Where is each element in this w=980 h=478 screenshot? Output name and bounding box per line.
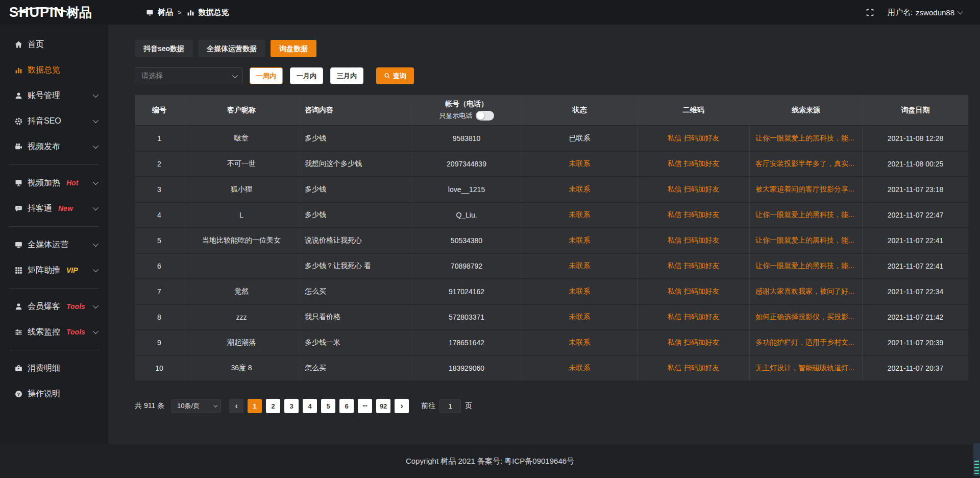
sidebar-menu: 首页 数据总览 账号管理 抖音SEO 视频发布 视频加热 Hot 抖客通 New: [0, 25, 108, 407]
cell-source-link[interactable]: 感谢大家喜欢我家，被问了好...: [750, 279, 863, 304]
cell-qrcode-link[interactable]: 私信 扫码加好友: [638, 305, 750, 329]
tab-button-1[interactable]: 全媒体运营数据: [198, 40, 265, 57]
goto-page: 前往 页: [421, 399, 472, 413]
chevron-down-icon: [93, 205, 99, 210]
filter-bar: 请选择 一周内一月内三月内 查询: [135, 67, 968, 84]
breadcrumb: 树品 > 数据总览: [145, 8, 229, 17]
cell-qrcode-link[interactable]: 私信 扫码加好友: [638, 152, 750, 176]
cell-source-link[interactable]: 让你一眼就爱上的黑科技，能...: [750, 126, 863, 151]
sidebar-item-member[interactable]: 会员爆客 Tools: [0, 294, 108, 319]
cell-status: 未联系: [522, 330, 638, 355]
sidebar-item-spending[interactable]: 消费明细: [0, 355, 108, 381]
cell-qrcode-link[interactable]: 私信 扫码加好友: [638, 203, 750, 227]
phone-only-toggle[interactable]: [476, 111, 494, 121]
cell-source-link[interactable]: 多功能护栏灯，适用于乡村文...: [750, 330, 863, 355]
sidebar-item-help[interactable]: ? 操作说明: [0, 381, 108, 407]
floating-widget[interactable]: [973, 443, 980, 476]
next-page-button[interactable]: ›: [395, 399, 409, 413]
page-button-1[interactable]: 1: [248, 399, 262, 413]
page-button-4[interactable]: 4: [303, 399, 317, 413]
fullscreen-icon[interactable]: [866, 8, 874, 17]
sidebar-item-publish[interactable]: 视频发布: [0, 134, 108, 159]
sidebar-item-accounts[interactable]: 账号管理: [0, 83, 108, 108]
cell-qrcode-link[interactable]: 私信 扫码加好友: [638, 177, 750, 202]
logo-arc-icon: [15, 7, 69, 13]
table-row: 7 觉然 怎么买 917024162 未联系 私信 扫码加好友 感谢大家喜欢我家…: [135, 279, 968, 304]
page-button-3[interactable]: 3: [284, 399, 299, 413]
prev-page-button[interactable]: ‹: [229, 399, 243, 413]
query-button[interactable]: 查询: [376, 67, 414, 84]
sidebar-item-monitor[interactable]: 线索监控 Tools: [0, 319, 108, 345]
topbar-right: 用户名: zswodun88: [866, 8, 980, 17]
monitor-icon: [14, 241, 23, 249]
col-serial: 编号: [135, 95, 184, 125]
cell-nickname: [184, 254, 299, 278]
cell-qrcode-link[interactable]: 私信 扫码加好友: [638, 228, 750, 253]
cell-status: 未联系: [522, 177, 638, 202]
copyright-text: Copyright 树品 2021 备案号: 粤ICP备09019646号: [406, 457, 574, 466]
sidebar-item-home[interactable]: 首页: [0, 32, 108, 57]
cell-date: 2021-11-08 00:25: [863, 152, 968, 176]
sidebar-item-douketong[interactable]: 抖客通 New: [0, 196, 108, 221]
page-size-select[interactable]: 10条/页: [172, 399, 221, 413]
table-row: 2 不可一世 我想问这个多少钱 2097344839 未联系 私信 扫码加好友 …: [135, 152, 968, 176]
table-row: 4 L 多少钱 Q_Liu. 未联系 私信 扫码加好友 让你一眼就爱上的黑科技，…: [135, 203, 968, 227]
filter-select[interactable]: 请选择: [135, 67, 243, 84]
page-button-92[interactable]: 92: [376, 399, 390, 413]
col-content: 咨询内容: [299, 95, 411, 125]
range-button-2[interactable]: 三月内: [330, 67, 363, 84]
cell-source-link[interactable]: 让你一眼就爱上的黑科技，能...: [750, 203, 863, 227]
cell-qrcode-link[interactable]: 私信 扫码加好友: [638, 356, 750, 380]
cell-source-link[interactable]: 让你一眼就爱上的黑科技，能...: [750, 228, 863, 253]
col-account-title: 帐号（电话）: [445, 100, 488, 109]
sidebar-item-badge: Tools: [66, 302, 85, 310]
cell-qrcode-link[interactable]: 私信 扫码加好友: [638, 126, 750, 151]
sidebar-item-label: 全媒体运营: [28, 240, 68, 250]
tab-button-2[interactable]: 询盘数据: [271, 40, 316, 57]
goto-page-input[interactable]: [439, 399, 461, 413]
bar-chart-icon: [14, 66, 23, 75]
breadcrumb-root[interactable]: 树品: [158, 8, 173, 17]
cell-date: 2021-11-07 21:42: [863, 305, 968, 329]
sidebar-item-media[interactable]: 全媒体运营: [0, 232, 108, 257]
cell-source-link[interactable]: 让你一眼就爱上的黑科技，能...: [750, 254, 863, 278]
page-button-6[interactable]: 6: [339, 399, 354, 413]
sidebar-item-heat[interactable]: 视频加热 Hot: [0, 170, 108, 196]
tab-button-0[interactable]: 抖音seo数据: [135, 40, 193, 57]
cell-qrcode-link[interactable]: 私信 扫码加好友: [638, 254, 750, 278]
sidebar-item-overview[interactable]: 数据总览: [0, 57, 108, 83]
sidebar-item-douyin-seo[interactable]: 抖音SEO: [0, 108, 108, 134]
logo: SHUPIN 树品: [0, 4, 125, 21]
cell-account: 917024162: [411, 279, 522, 304]
cell-serial: 4: [135, 203, 184, 227]
sidebar-item-matrix[interactable]: 矩阵助推 VIP: [0, 257, 108, 283]
cell-status: 未联系: [522, 305, 638, 329]
range-button-0[interactable]: 一周内: [250, 67, 283, 84]
sidebar-item-label: 矩阵助推: [28, 265, 60, 276]
cell-account: 572803371: [411, 305, 522, 329]
user-menu[interactable]: 用户名: zswodun88: [888, 8, 962, 17]
cell-qrcode-link[interactable]: 私信 扫码加好友: [638, 330, 750, 355]
cell-serial: 7: [135, 279, 184, 304]
sidebar-item-badge: Hot: [66, 179, 78, 187]
cell-source-link[interactable]: 如何正确选择投影仪，买投影...: [750, 305, 863, 329]
cell-source-link[interactable]: 无主灯设计，智能磁吸轨道灯...: [750, 356, 863, 380]
cell-serial: 3: [135, 177, 184, 202]
chevron-down-icon: [93, 267, 99, 272]
cell-account: 70898792: [411, 254, 522, 278]
sidebar-item-label: 抖音SEO: [28, 116, 61, 127]
cell-qrcode-link[interactable]: 私信 扫码加好友: [638, 279, 750, 304]
sidebar: 首页 数据总览 账号管理 抖音SEO 视频发布 视频加热 Hot 抖客通 New: [0, 25, 108, 478]
page-button-5[interactable]: 5: [321, 399, 335, 413]
range-button-1[interactable]: 一月内: [290, 67, 323, 84]
sidebar-item-badge: Tools: [66, 328, 85, 336]
cell-source-link[interactable]: 客厅安装投影半年多了，真实...: [750, 152, 863, 176]
page-button-2[interactable]: 2: [266, 399, 280, 413]
more-pages-button[interactable]: •••: [358, 399, 372, 413]
cell-source-link[interactable]: 被大家追着问的客厅投影分享...: [750, 177, 863, 202]
chevron-down-icon: [213, 403, 217, 407]
logo-text-cn: 树品: [66, 4, 92, 21]
cell-content: 多少钱一米: [299, 330, 411, 355]
col-source: 线索来源: [750, 95, 863, 125]
cell-status: 已联系: [522, 126, 638, 151]
